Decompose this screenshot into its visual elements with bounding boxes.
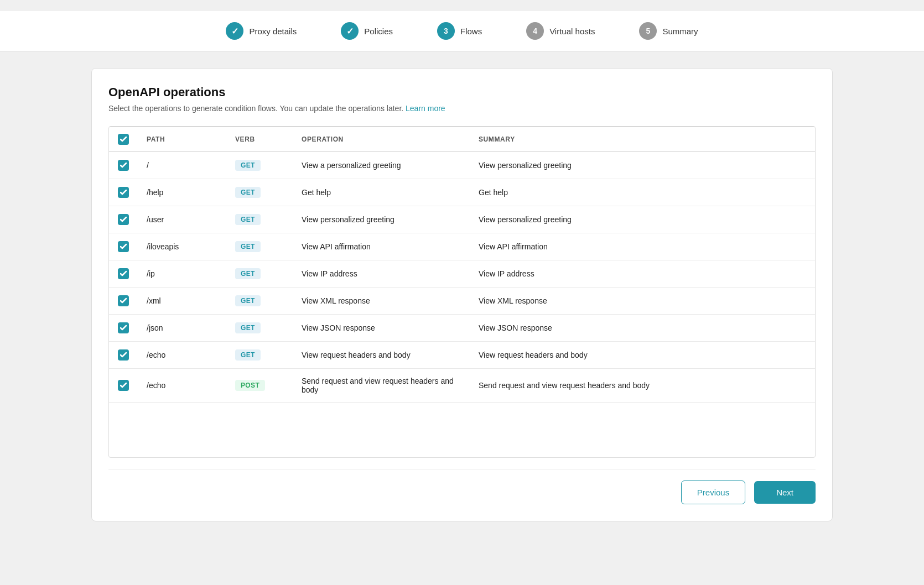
verb-badge-6: GET: [235, 322, 261, 333]
row-operation-5: View XML response: [293, 288, 470, 315]
row-path-1: /help: [138, 179, 226, 206]
row-summary-8: Send request and view request headers an…: [470, 369, 815, 403]
verb-badge-4: GET: [235, 268, 261, 279]
col-header-summary: SUMMARY: [470, 127, 815, 152]
table-header-row: PATH VERB OPERATION SUMMARY: [109, 127, 815, 152]
row-operation-0: View a personalized greeting: [293, 152, 470, 179]
row-checkbox-1[interactable]: [118, 187, 129, 198]
row-summary-5: View XML response: [470, 288, 815, 315]
table-row: /userGETView personalized greetingView p…: [109, 206, 815, 233]
row-verb-3: GET: [226, 233, 293, 260]
row-path-8: /echo: [138, 369, 226, 403]
verb-badge-2: GET: [235, 214, 261, 225]
operations-table: PATH VERB OPERATION SUMMARY /GETView a p…: [109, 127, 815, 403]
row-operation-8: Send request and view request headers an…: [293, 369, 470, 403]
row-summary-6: View JSON response: [470, 315, 815, 342]
operations-table-wrapper: PATH VERB OPERATION SUMMARY /GETView a p…: [108, 126, 816, 458]
table-row: /echoPOSTSend request and view request h…: [109, 369, 815, 403]
row-summary-3: View API affirmation: [470, 233, 815, 260]
col-header-path: PATH: [138, 127, 226, 152]
verb-badge-5: GET: [235, 295, 261, 306]
row-path-5: /xml: [138, 288, 226, 315]
step-label-policies: Policies: [364, 27, 393, 36]
row-operation-7: View request headers and body: [293, 342, 470, 369]
row-path-3: /iloveapis: [138, 233, 226, 260]
row-checkbox-4[interactable]: [118, 268, 129, 279]
step-circle-virtual-hosts: 4: [526, 22, 544, 40]
row-path-0: /: [138, 152, 226, 179]
stepper: ✓ Proxy details ✓ Policies 3 Flows 4 Vir…: [0, 11, 924, 51]
learn-more-link[interactable]: Learn more: [406, 104, 445, 113]
row-checkbox-2[interactable]: [118, 214, 129, 225]
main-card: OpenAPI operations Select the operations…: [91, 68, 833, 521]
table-row: /helpGETGet helpGet help: [109, 179, 815, 206]
row-checkbox-3[interactable]: [118, 241, 129, 252]
row-operation-1: Get help: [293, 179, 470, 206]
row-operation-2: View personalized greeting: [293, 206, 470, 233]
row-operation-3: View API affirmation: [293, 233, 470, 260]
row-path-2: /user: [138, 206, 226, 233]
step-circle-proxy-details: ✓: [226, 22, 243, 40]
row-checkbox-6[interactable]: [118, 322, 129, 333]
verb-badge-7: GET: [235, 349, 261, 361]
step-circle-policies: ✓: [341, 22, 359, 40]
row-verb-2: GET: [226, 206, 293, 233]
card-footer: Previous Next: [108, 469, 816, 504]
step-flows: 3 Flows: [437, 22, 482, 40]
step-label-proxy-details: Proxy details: [249, 27, 297, 36]
step-policies: ✓ Policies: [341, 22, 393, 40]
row-summary-1: Get help: [470, 179, 815, 206]
row-summary-0: View personalized greeting: [470, 152, 815, 179]
row-verb-6: GET: [226, 315, 293, 342]
card-subtitle: Select the operations to generate condit…: [108, 104, 816, 113]
col-header-checkbox: [109, 127, 138, 152]
select-all-checkbox[interactable]: [118, 134, 129, 145]
row-path-7: /echo: [138, 342, 226, 369]
table-row: /iloveapisGETView API affirmationView AP…: [109, 233, 815, 260]
row-summary-4: View IP address: [470, 260, 815, 288]
step-summary: 5 Summary: [639, 22, 698, 40]
step-circle-flows: 3: [437, 22, 455, 40]
verb-badge-8: POST: [235, 380, 265, 391]
table-row: /GETView a personalized greetingView per…: [109, 152, 815, 179]
table-row: /jsonGETView JSON responseView JSON resp…: [109, 315, 815, 342]
row-path-6: /json: [138, 315, 226, 342]
step-proxy-details: ✓ Proxy details: [226, 22, 297, 40]
row-summary-7: View request headers and body: [470, 342, 815, 369]
verb-badge-1: GET: [235, 187, 261, 198]
col-header-operation: OPERATION: [293, 127, 470, 152]
row-operation-4: View IP address: [293, 260, 470, 288]
row-checkbox-5[interactable]: [118, 295, 129, 306]
row-verb-5: GET: [226, 288, 293, 315]
col-header-verb: VERB: [226, 127, 293, 152]
verb-badge-0: GET: [235, 160, 261, 171]
row-verb-7: GET: [226, 342, 293, 369]
row-summary-2: View personalized greeting: [470, 206, 815, 233]
row-verb-1: GET: [226, 179, 293, 206]
table-row: /echoGETView request headers and bodyVie…: [109, 342, 815, 369]
next-button[interactable]: Next: [754, 481, 816, 504]
row-operation-6: View JSON response: [293, 315, 470, 342]
row-path-4: /ip: [138, 260, 226, 288]
table-row: /xmlGETView XML responseView XML respons…: [109, 288, 815, 315]
step-label-virtual-hosts: Virtual hosts: [549, 27, 595, 36]
step-virtual-hosts: 4 Virtual hosts: [526, 22, 595, 40]
step-label-flows: Flows: [460, 27, 482, 36]
row-checkbox-0[interactable]: [118, 160, 129, 171]
table-row: /ipGETView IP addressView IP address: [109, 260, 815, 288]
row-verb-0: GET: [226, 152, 293, 179]
row-verb-4: GET: [226, 260, 293, 288]
row-checkbox-7[interactable]: [118, 349, 129, 361]
step-label-summary: Summary: [662, 27, 698, 36]
previous-button[interactable]: Previous: [681, 480, 745, 504]
row-verb-8: POST: [226, 369, 293, 403]
step-circle-summary: 5: [639, 22, 657, 40]
verb-badge-3: GET: [235, 241, 261, 252]
card-title: OpenAPI operations: [108, 85, 816, 100]
row-checkbox-8[interactable]: [118, 380, 129, 391]
